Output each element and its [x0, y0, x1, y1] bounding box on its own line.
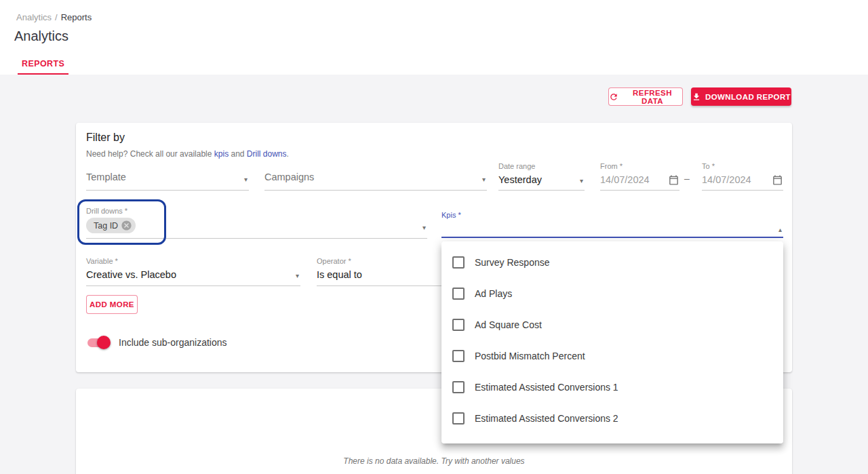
- tab-reports[interactable]: REPORTS: [18, 54, 68, 75]
- checkbox-icon[interactable]: [452, 288, 465, 300]
- kpis-option-label: Postbid Mismatch Percent: [475, 351, 585, 361]
- template-underline: [86, 190, 249, 191]
- checkbox-icon[interactable]: [452, 350, 465, 362]
- toggle-knob: [97, 336, 111, 349]
- breadcrumb-current-reports: Reports: [61, 12, 92, 22]
- chip-remove-icon[interactable]: [121, 220, 132, 231]
- kpis-option[interactable]: Ad Plays: [441, 278, 783, 309]
- kpis-option-label: Ad Plays: [475, 288, 512, 299]
- kpis-option[interactable]: Estimated Assisted Conversions 3: [441, 434, 783, 443]
- toggle-label: Include sub-organizations: [119, 337, 227, 348]
- checkbox-icon[interactable]: [452, 412, 465, 424]
- chevron-down-icon[interactable]: ▾: [296, 272, 299, 279]
- add-more-button[interactable]: ADD MORE: [86, 295, 138, 314]
- template-placeholder: Template: [86, 172, 126, 182]
- chevron-up-icon[interactable]: ▴: [778, 226, 782, 233]
- chip-label: Tag ID: [94, 221, 118, 231]
- kpis-option-label: Survey Response: [475, 257, 550, 268]
- page-title: Analytics: [14, 28, 68, 44]
- filter-title: Filter by: [86, 132, 125, 144]
- download-report-button[interactable]: DOWNLOAD REPORT: [691, 87, 791, 106]
- kpis-option-label: Estimated Assisted Conversions 2: [475, 413, 618, 424]
- date-range-select[interactable]: Date range Yesterday ▾: [498, 162, 585, 191]
- include-suborgs-row: Include sub-organizations: [86, 336, 227, 349]
- to-date-field[interactable]: To * 14/07/2024: [702, 162, 783, 191]
- kpis-option[interactable]: Estimated Assisted Conversions 2: [441, 403, 783, 434]
- date-range-label: Date range: [498, 162, 535, 170]
- kpis-option[interactable]: Ad Square Cost: [441, 309, 783, 340]
- tag-id-chip[interactable]: Tag ID: [86, 218, 136, 233]
- date-range-value: Yesterday: [498, 174, 542, 185]
- chevron-down-icon[interactable]: ▾: [244, 176, 248, 183]
- refresh-data-button[interactable]: REFRESH DATA: [608, 87, 683, 106]
- kpis-option[interactable]: Survey Response: [441, 247, 783, 278]
- breadcrumb-link-analytics[interactable]: Analytics: [16, 12, 52, 22]
- chevron-down-icon[interactable]: ▾: [580, 177, 583, 184]
- breadcrumb-separator: /: [55, 12, 58, 22]
- analytics-reports-page: Analytics/Reports Analytics REPORTS REFR…: [0, 0, 868, 474]
- drilldowns-link[interactable]: Drill downs: [247, 149, 287, 159]
- from-value: 14/07/2024: [600, 174, 650, 185]
- to-value: 14/07/2024: [702, 174, 751, 185]
- drill-downs-label: Drill downs *: [86, 207, 127, 215]
- kpis-option-label: Ad Square Cost: [475, 319, 542, 330]
- refresh-button-label: REFRESH DATA: [623, 89, 682, 105]
- refresh-icon: [609, 92, 618, 102]
- campaigns-underline: [264, 190, 487, 191]
- help-text: Need help? Check all our available kpis …: [86, 149, 289, 159]
- kpis-option-list: Survey Response Ad Plays Ad Square Cost …: [441, 241, 783, 443]
- drill-downs-underline: [86, 238, 427, 239]
- variable-value: Creative vs. Placebo: [86, 269, 176, 280]
- kpis-option[interactable]: Estimated Assisted Conversions 1: [441, 372, 783, 403]
- kpis-label: Kpis *: [441, 211, 461, 219]
- variable-underline: [86, 285, 300, 286]
- to-label: To *: [702, 162, 715, 170]
- help-period: .: [287, 149, 289, 159]
- chevron-down-icon[interactable]: ▾: [422, 224, 426, 231]
- kpis-option-label: Estimated Assisted Conversions 1: [475, 382, 618, 393]
- operator-label: Operator *: [317, 257, 351, 265]
- download-button-label: DOWNLOAD REPORT: [705, 93, 791, 101]
- operator-value: Is equal to: [317, 269, 362, 280]
- calendar-icon[interactable]: [772, 174, 783, 189]
- to-underline: [702, 190, 783, 191]
- date-range-underline: [498, 190, 585, 191]
- from-date-field[interactable]: From * 14/07/2024: [600, 162, 679, 191]
- drill-downs-select[interactable]: Drill downs * Tag ID ▾: [86, 207, 427, 239]
- checkbox-icon[interactable]: [452, 319, 465, 331]
- campaigns-select[interactable]: Campaigns ▾: [264, 162, 487, 191]
- variable-label: Variable *: [86, 257, 118, 265]
- date-dash: –: [684, 173, 690, 184]
- help-and: and: [229, 149, 247, 159]
- kpis-select[interactable]: Kpis * ▴: [441, 211, 783, 238]
- campaigns-placeholder: Campaigns: [264, 172, 314, 182]
- chevron-down-icon[interactable]: ▾: [482, 176, 486, 183]
- from-label: From *: [600, 162, 623, 170]
- checkbox-icon[interactable]: [452, 381, 465, 393]
- variable-select[interactable]: Variable * Creative vs. Placebo ▾: [86, 257, 300, 286]
- kpis-option[interactable]: Postbid Mismatch Percent: [441, 340, 783, 372]
- breadcrumb: Analytics/Reports: [16, 12, 92, 22]
- template-select[interactable]: Template ▾: [86, 162, 249, 191]
- checkbox-icon[interactable]: [452, 256, 465, 269]
- include-suborgs-toggle[interactable]: [86, 336, 111, 349]
- page-header: Analytics/Reports Analytics REPORTS: [0, 0, 868, 75]
- kpis-underline: [441, 237, 783, 238]
- from-underline: [600, 190, 679, 191]
- kpis-link[interactable]: kpis: [214, 149, 229, 159]
- calendar-icon[interactable]: [668, 174, 679, 189]
- download-icon: [692, 92, 701, 102]
- empty-state-text: There is no data available. Try with ano…: [76, 456, 792, 466]
- help-prefix: Need help? Check all our available: [86, 149, 214, 159]
